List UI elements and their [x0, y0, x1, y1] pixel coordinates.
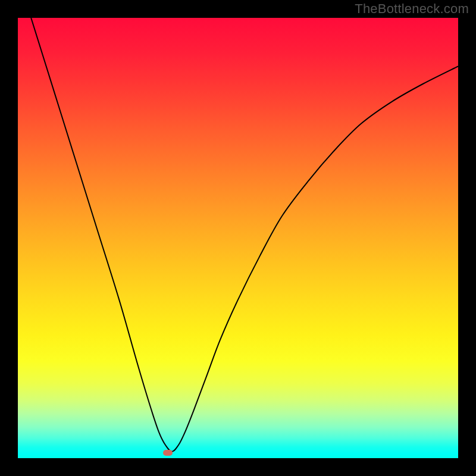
- chart-frame: TheBottleneck.com: [0, 0, 476, 476]
- plot-area: [18, 18, 458, 458]
- bottleneck-curve: [31, 18, 458, 452]
- curve-layer: [18, 18, 458, 458]
- watermark-label: TheBottleneck.com: [355, 1, 469, 17]
- minimum-marker: [163, 450, 173, 456]
